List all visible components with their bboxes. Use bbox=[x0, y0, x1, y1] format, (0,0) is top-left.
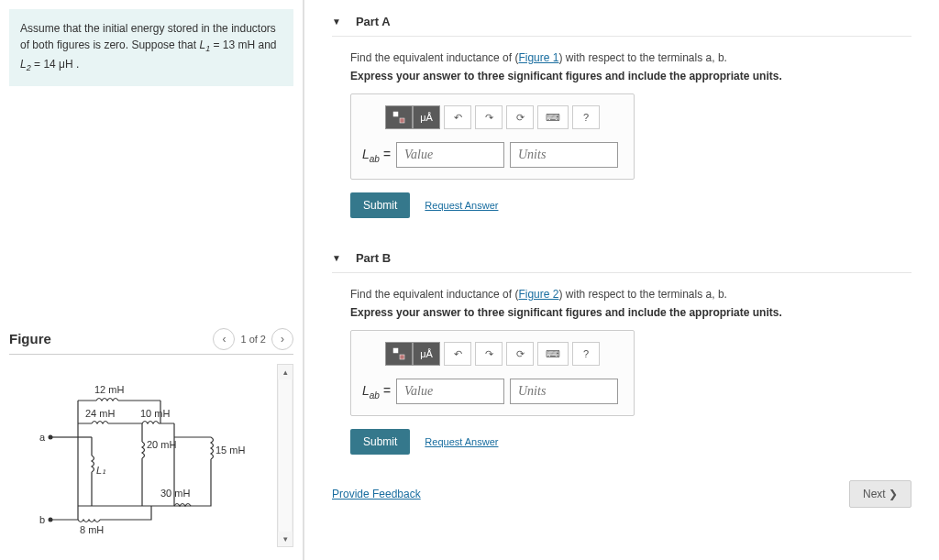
svg-text:10 mH: 10 mH bbox=[140, 408, 170, 419]
help-icon[interactable]: ? bbox=[572, 105, 600, 129]
part-a-variable: Lab = bbox=[362, 147, 391, 164]
part-b-question: Find the equivalent inductance of (Figur… bbox=[350, 288, 893, 301]
svg-point-9 bbox=[49, 517, 53, 522]
svg-text:L₁: L₁ bbox=[96, 465, 105, 476]
figure-1-link[interactable]: Figure 1 bbox=[518, 51, 558, 64]
figure-2-link[interactable]: Figure 2 bbox=[518, 288, 558, 301]
scroll-down-icon[interactable]: ▾ bbox=[278, 532, 293, 546]
undo-icon[interactable]: ↶ bbox=[444, 105, 471, 129]
svg-point-8 bbox=[49, 434, 53, 439]
svg-text:15 mH: 15 mH bbox=[215, 445, 245, 456]
part-b-request-answer-link[interactable]: Request Answer bbox=[425, 436, 498, 447]
part-b-toolbar: μÅ ↶ ↷ ⟳ ⌨ ? bbox=[362, 342, 623, 366]
provide-feedback-link[interactable]: Provide Feedback bbox=[332, 488, 421, 500]
collapse-icon: ▼ bbox=[332, 16, 341, 27]
part-a-answer-box: μÅ ↶ ↷ ⟳ ⌨ ? Lab = bbox=[350, 93, 635, 180]
keyboard-icon[interactable]: ⌨ bbox=[537, 342, 569, 366]
figure-page: 1 of 2 bbox=[240, 334, 266, 345]
svg-text:a: a bbox=[39, 432, 46, 443]
figure-canvas: a b 12 mH 24 mH 10 mH 20 mH 15 mH 30 mH … bbox=[9, 364, 293, 547]
part-b-value-input[interactable] bbox=[396, 379, 504, 404]
help-icon[interactable]: ? bbox=[572, 342, 600, 366]
figure-title: Figure bbox=[9, 331, 51, 346]
part-a-submit-button[interactable]: Submit bbox=[350, 192, 410, 218]
part-a-title: Part A bbox=[356, 15, 391, 28]
part-b-submit-button[interactable]: Submit bbox=[350, 429, 410, 455]
units-tool-button[interactable]: μÅ bbox=[413, 342, 440, 366]
svg-rect-20 bbox=[393, 112, 398, 116]
circuit-diagram: a b 12 mH 24 mH 10 mH 20 mH 15 mH 30 mH … bbox=[18, 373, 284, 538]
svg-text:b: b bbox=[39, 514, 45, 525]
svg-text:12 mH: 12 mH bbox=[94, 384, 124, 395]
figure-scrollbar[interactable]: ▴ ▾ bbox=[277, 364, 293, 547]
svg-text:24 mH: 24 mH bbox=[85, 408, 115, 419]
template-tool-button[interactable] bbox=[385, 342, 413, 366]
collapse-icon: ▼ bbox=[332, 253, 341, 263]
part-b-instruction: Express your answer to three significant… bbox=[350, 306, 893, 319]
svg-rect-22 bbox=[393, 348, 398, 353]
units-tool-button[interactable]: μÅ bbox=[413, 105, 440, 129]
footer: Provide Feedback Next ❯ bbox=[332, 480, 911, 508]
template-tool-button[interactable] bbox=[385, 105, 413, 129]
part-a-header[interactable]: ▼ Part A bbox=[332, 7, 911, 37]
part-a-units-input[interactable] bbox=[510, 142, 618, 168]
part-b: ▼ Part B Find the equivalent inductance … bbox=[332, 244, 911, 462]
svg-text:30 mH: 30 mH bbox=[160, 488, 190, 499]
part-a-instruction: Express your answer to three significant… bbox=[350, 70, 893, 82]
part-a: ▼ Part A Find the equivalent inductance … bbox=[332, 7, 911, 225]
part-a-question: Find the equivalent inductance of (Figur… bbox=[350, 51, 893, 64]
redo-icon[interactable]: ↷ bbox=[475, 342, 503, 366]
reset-icon[interactable]: ⟳ bbox=[506, 105, 534, 129]
part-b-answer-box: μÅ ↶ ↷ ⟳ ⌨ ? Lab = bbox=[350, 330, 635, 416]
part-b-title: Part B bbox=[356, 251, 391, 265]
svg-rect-21 bbox=[400, 118, 404, 123]
next-button[interactable]: Next ❯ bbox=[849, 480, 911, 508]
svg-text:20 mH: 20 mH bbox=[147, 439, 176, 450]
svg-rect-23 bbox=[400, 355, 404, 359]
undo-icon[interactable]: ↶ bbox=[444, 342, 471, 366]
part-b-header[interactable]: ▼ Part B bbox=[332, 244, 911, 273]
figure-nav: ‹ 1 of 2 › bbox=[213, 328, 293, 350]
reset-icon[interactable]: ⟳ bbox=[506, 342, 534, 366]
figure-next-button[interactable]: › bbox=[271, 328, 293, 350]
scroll-up-icon[interactable]: ▴ bbox=[278, 365, 293, 379]
figure-prev-button[interactable]: ‹ bbox=[213, 328, 235, 350]
part-a-toolbar: μÅ ↶ ↷ ⟳ ⌨ ? bbox=[362, 105, 623, 129]
part-b-units-input[interactable] bbox=[510, 379, 618, 404]
redo-icon[interactable]: ↷ bbox=[475, 105, 503, 129]
svg-text:8 mH: 8 mH bbox=[80, 524, 104, 535]
figure-header: Figure ‹ 1 of 2 › bbox=[9, 324, 293, 355]
part-b-variable: Lab = bbox=[362, 383, 391, 401]
part-a-request-answer-link[interactable]: Request Answer bbox=[425, 200, 498, 211]
part-a-value-input[interactable] bbox=[396, 142, 504, 168]
keyboard-icon[interactable]: ⌨ bbox=[537, 105, 569, 129]
problem-statement: Assume that the initial energy stored in… bbox=[9, 9, 293, 86]
